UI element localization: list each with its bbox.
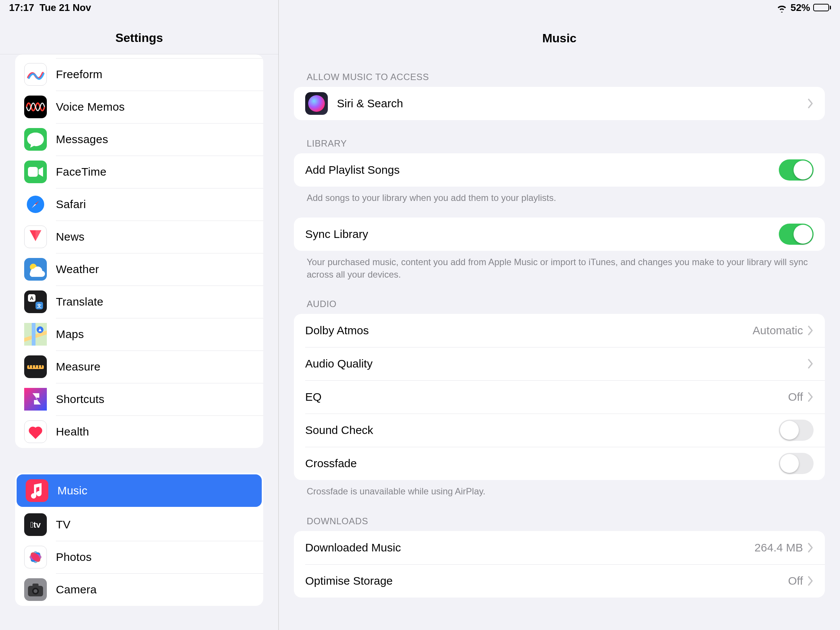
card-sync-library: Sync Library [294,218,825,251]
status-bar: 17:17 Tue 21 Nov 52% [0,0,840,15]
sidebar-group-apps-2: MusictvTVPhotosCamera [15,473,263,606]
sidebar-item-label: Voice Memos [56,101,125,113]
sidebar-item-facetime[interactable]: FaceTime [15,156,263,188]
card-audio: Dolby Atmos Automatic Audio Quality EQ O… [294,314,825,480]
sidebar-item-news[interactable]: News [15,221,263,253]
camera-icon [24,578,47,601]
battery-icon [813,4,831,11]
translate-icon: A文 [24,291,47,313]
sidebar-title: Settings [115,31,163,45]
svg-text:文: 文 [36,303,41,309]
footer-add-playlist: Add songs to your library when you add t… [307,192,812,204]
svg-point-29 [34,589,37,593]
messages-icon [24,128,47,151]
sidebar-item-label: Music [57,484,87,497]
sidebar-item-freeform[interactable]: Freeform [15,58,263,91]
svg-rect-16 [24,388,47,411]
siri-icon [305,92,328,115]
sidebar-item-maps[interactable]: Maps [15,318,263,351]
row-siri-search[interactable]: Siri & Search [294,87,825,120]
sidebar-item-measure[interactable]: Measure [15,351,263,383]
freeform-icon [24,63,47,86]
tv-icon: tv [24,513,47,536]
status-date: Tue 21 Nov [39,2,92,14]
sidebar-item-translate[interactable]: A文Translate [15,286,263,318]
sidebar-item-label: Freeform [56,68,103,81]
sidebar-item-label: Shortcuts [56,393,105,406]
row-label: Siri & Search [337,97,807,110]
facetime-icon [24,161,47,183]
row-audio-quality[interactable]: Audio Quality [294,347,825,381]
detail-scroll[interactable]: Allow Music to Access Siri & Search Libr… [279,54,840,630]
svg-text:tv: tv [30,520,41,529]
sidebar-item-label: TV [56,518,71,531]
section-header-library: Library [307,138,825,149]
sidebar-item-camera[interactable]: Camera [15,573,263,606]
music-icon [26,479,48,502]
chevron-right-icon [807,98,813,109]
photos-icon [24,546,47,568]
sidebar-item-safari[interactable]: Safari [15,188,263,221]
shortcuts-icon [24,388,47,411]
row-sync-library[interactable]: Sync Library [294,218,825,251]
sidebar-item-health[interactable]: Health [15,415,263,448]
voice-memos-icon [24,96,47,118]
sidebar-group-apps-1: FreeformVoice MemosMessagesFaceTimeSafar… [15,54,263,448]
sidebar-item-label: Camera [56,583,97,596]
sidebar-item-label: Translate [56,295,104,308]
chevron-right-icon [807,392,813,402]
chevron-right-icon [807,576,813,586]
sidebar-item-shortcuts[interactable]: Shortcuts [15,383,263,415]
toggle-sync-library[interactable] [779,224,813,245]
sidebar-item-label: Weather [56,263,99,276]
chevron-right-icon [807,325,813,336]
toggle-crossfade[interactable] [779,453,813,474]
wifi-icon [776,3,788,12]
safari-icon [24,193,47,216]
toggle-sound-check[interactable] [779,420,813,441]
footer-crossfade: Crossfade is unavailable while using Air… [307,485,812,497]
toggle-add-playlist-songs[interactable] [779,159,813,180]
chevron-right-icon [807,542,813,553]
detail-title: Music [542,32,577,45]
row-add-playlist-songs[interactable]: Add Playlist Songs [294,153,825,186]
section-header-downloads: Downloads [307,516,825,526]
health-icon [24,420,47,443]
card-downloads: Downloaded Music 264.4 MB Optimise Stora… [294,531,825,597]
row-eq[interactable]: EQ Off [294,381,825,414]
section-header-audio: Audio [307,299,825,309]
measure-icon [24,355,47,378]
sidebar-item-label: Photos [56,551,92,564]
sidebar-item-voice-memos[interactable]: Voice Memos [15,91,263,123]
section-header-access: Allow Music to Access [307,72,825,82]
sidebar-item-messages[interactable]: Messages [15,123,263,156]
sidebar-item-label: Measure [56,360,101,373]
maps-icon [24,323,47,346]
row-dolby-atmos[interactable]: Dolby Atmos Automatic [294,314,825,347]
sidebar-item-tv[interactable]: tvTV [15,508,263,541]
row-sound-check[interactable]: Sound Check [294,414,825,447]
sidebar-item-label: Maps [56,328,84,341]
sidebar-item-music[interactable]: Music [17,474,262,507]
detail-pane: Music Allow Music to Access Siri & Searc… [279,0,840,630]
sidebar-item-label: News [56,231,85,243]
row-downloaded-music[interactable]: Downloaded Music 264.4 MB [294,531,825,564]
sidebar-item-label: FaceTime [56,166,106,178]
weather-icon [24,258,47,281]
status-time: 17:17 [9,2,35,14]
svg-rect-0 [28,167,38,177]
svg-text:A: A [30,295,34,301]
sidebar-item-label: Safari [56,198,86,211]
sidebar-item-photos[interactable]: Photos [15,541,263,573]
sidebar-scroll[interactable]: FreeformVoice MemosMessagesFaceTimeSafar… [0,54,278,630]
footer-sync-library: Your purchased music, content you add fr… [307,256,812,281]
news-icon [24,226,47,248]
card-access: Siri & Search [294,87,825,120]
sidebar-item-label: Health [56,425,89,438]
sidebar-item-label: Messages [56,133,108,146]
sidebar-item-weather[interactable]: Weather [15,253,263,286]
row-crossfade[interactable]: Crossfade [294,447,825,480]
row-optimise-storage[interactable]: Optimise Storage Off [294,564,825,597]
card-add-playlist: Add Playlist Songs [294,153,825,186]
sidebar: Settings FreeformVoice MemosMessagesFace… [0,0,279,630]
